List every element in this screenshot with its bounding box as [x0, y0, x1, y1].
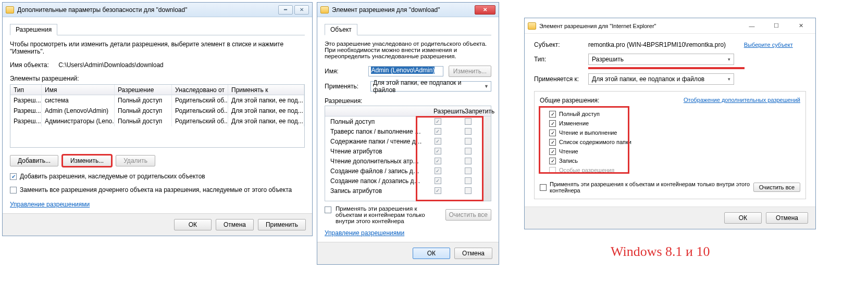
scrollbar[interactable]	[482, 117, 491, 201]
cell-c1: Разреш...	[10, 116, 42, 126]
ok-button[interactable]: ОК	[724, 212, 762, 224]
apply-to-label: Применять:	[325, 83, 365, 90]
cancel-button[interactable]: Отмена	[454, 248, 492, 259]
col-permission[interactable]: Разрешение	[115, 85, 172, 95]
close-button[interactable]: ✕	[475, 5, 495, 15]
titlebar[interactable]: Дополнительные параметры безопасности дл…	[3, 3, 312, 17]
allow-checkbox[interactable]: ✓	[435, 118, 441, 125]
applies-to-dropdown[interactable]: Для этой папки, ее подпапок и файлов ▾	[588, 73, 734, 85]
window-title: Дополнительные параметры безопасности дл…	[17, 6, 278, 14]
cell-c3: Полный доступ	[115, 116, 172, 126]
titlebar[interactable]: Элемент разрешения для "Internet Explore…	[525, 18, 815, 34]
deny-checkbox[interactable]	[465, 167, 472, 174]
minimize-button[interactable]: ━	[278, 5, 293, 15]
clear-all-button[interactable]: Очистить все	[753, 183, 800, 192]
permission-row: Полный доступ✓	[325, 117, 482, 126]
permission-name: Содержание папки / чтение данных	[330, 138, 422, 145]
folder-icon	[320, 6, 329, 14]
subject-value: remontka.pro (WIN-4BPSR1PMI10\remontka.p…	[588, 41, 726, 48]
cell-c2: Admin (Lenovo\Admin)	[42, 106, 115, 116]
permission-checkbox[interactable]: ✓	[549, 130, 556, 136]
titlebar[interactable]: Элемент разрешения для "download" ✕	[317, 3, 499, 17]
cell-c4: Родительский об...	[172, 95, 228, 106]
permission-checkbox[interactable]: ✓	[549, 111, 556, 118]
type-label: Тип:	[534, 56, 581, 63]
permission-row: ✓Чтение и выполнение	[549, 128, 631, 137]
table-row[interactable]: Разреш...Admin (Lenovo\Admin)Полный дост…	[10, 106, 304, 116]
deny-checkbox[interactable]	[465, 158, 472, 164]
object-name-label: Имя объекта:	[10, 61, 57, 69]
col-inherited-from[interactable]: Унаследовано от	[172, 85, 228, 95]
permission-name: Создание файлов / запись данных	[330, 167, 422, 175]
chevron-down-icon: ▾	[728, 76, 730, 82]
folder-icon	[528, 22, 536, 30]
col-type[interactable]: Тип	[10, 85, 42, 95]
tab-object[interactable]: Объект	[325, 24, 357, 35]
deny-checkbox[interactable]	[465, 138, 472, 145]
permission-name: Особые разрешения	[559, 167, 614, 173]
permission-checkbox[interactable]: ✓	[549, 139, 556, 146]
deny-checkbox[interactable]	[465, 128, 472, 135]
deny-checkbox[interactable]	[465, 148, 472, 154]
replace-child-checkbox[interactable]	[10, 187, 17, 193]
permission-checkbox[interactable]: ✓	[549, 158, 556, 164]
cell-c4: Родительский об...	[172, 106, 228, 116]
permission-row: ✓Чтение	[549, 147, 631, 156]
change-name-button: Изменить...	[449, 66, 491, 77]
show-advanced-permissions-link[interactable]: Отображение дополнительных разрешений	[684, 97, 800, 104]
apply-to-dropdown[interactable]: Для этой папки, ее подпапок и файлов ▼	[370, 81, 491, 92]
window-title: Элемент разрешения для "download"	[332, 6, 475, 14]
apply-only-within-checkbox[interactable]	[325, 206, 331, 213]
allow-checkbox[interactable]: ✓	[435, 177, 441, 184]
ok-button[interactable]: ОК	[174, 219, 212, 230]
close-button[interactable]: ✕	[294, 5, 309, 15]
cell-c2: Администраторы (Leno...	[42, 116, 115, 126]
allow-checkbox[interactable]: ✓	[435, 167, 441, 174]
col-name[interactable]: Имя	[42, 85, 115, 95]
apply-button[interactable]: Применить	[258, 219, 306, 230]
object-name-value: C:\Users\Admin\Downloads\download	[58, 61, 163, 69]
apply-only-within-checkbox[interactable]	[540, 184, 547, 191]
allow-checkbox[interactable]: ✓	[435, 128, 441, 135]
select-subject-link[interactable]: Выберите субъект	[744, 42, 793, 48]
minimize-button[interactable]: —	[740, 19, 763, 33]
include-inheritable-checkbox[interactable]: ✔	[10, 173, 17, 180]
description-text: Это разрешение унаследовано от родительс…	[325, 41, 491, 59]
permission-checkbox[interactable]: ✓	[549, 120, 556, 127]
table-row[interactable]: Разреш...системаПолный доступРодительски…	[10, 95, 304, 106]
permission-checkbox[interactable]: ✓	[549, 148, 556, 155]
close-button[interactable]: ✕	[789, 19, 812, 33]
allow-checkbox[interactable]: ✓	[435, 158, 441, 164]
deny-checkbox[interactable]	[465, 187, 472, 194]
manage-permissions-link[interactable]: Управление разрешениями	[10, 201, 90, 208]
type-dropdown[interactable]: Разрешить ▾	[588, 54, 734, 65]
allow-checkbox[interactable]: ✓	[435, 138, 441, 145]
col-applies-to[interactable]: Применять к	[228, 85, 304, 95]
permission-entries-table[interactable]: Тип Имя Разрешение Унаследовано от Приме…	[10, 84, 305, 148]
permission-row: Чтение атрибутов✓	[325, 146, 482, 156]
deny-checkbox[interactable]	[465, 177, 472, 184]
cell-c1: Разреш...	[10, 106, 42, 116]
highlight-annotation	[588, 67, 745, 69]
allow-header: Разрешить	[430, 108, 462, 115]
cancel-button[interactable]: Отмена	[766, 212, 808, 224]
permission-name: Полный доступ	[330, 118, 422, 125]
tab-permissions[interactable]: Разрешения	[10, 24, 57, 35]
remove-button: Удалить	[116, 155, 155, 166]
window-title: Элемент разрешения для "Internet Explore…	[539, 23, 740, 29]
allow-checkbox[interactable]: ✓	[435, 148, 441, 154]
description-text: Чтобы просмотреть или изменить детали ра…	[10, 41, 305, 55]
ok-button[interactable]: ОК	[413, 248, 450, 259]
maximize-button[interactable]: ☐	[765, 19, 788, 33]
manage-permissions-link[interactable]: Управление разрешениями	[325, 229, 404, 237]
allow-checkbox[interactable]: ✓	[435, 187, 441, 194]
deny-checkbox[interactable]	[465, 118, 472, 125]
name-input[interactable]: Admin (Lenovo\Admin)	[368, 66, 443, 76]
caption-win10: Windows 8.1 и 10	[611, 244, 710, 260]
permission-row: ✓Список содержимого папки	[549, 137, 631, 147]
table-row[interactable]: Разреш...Администраторы (Leno...Полный д…	[10, 116, 304, 126]
cancel-button[interactable]: Отмена	[216, 219, 254, 230]
edit-button[interactable]: Изменить...	[63, 155, 111, 166]
add-button[interactable]: Добавить...	[10, 155, 58, 166]
include-inheritable-label: Добавить разрешения, наследуемые от роди…	[20, 173, 205, 180]
